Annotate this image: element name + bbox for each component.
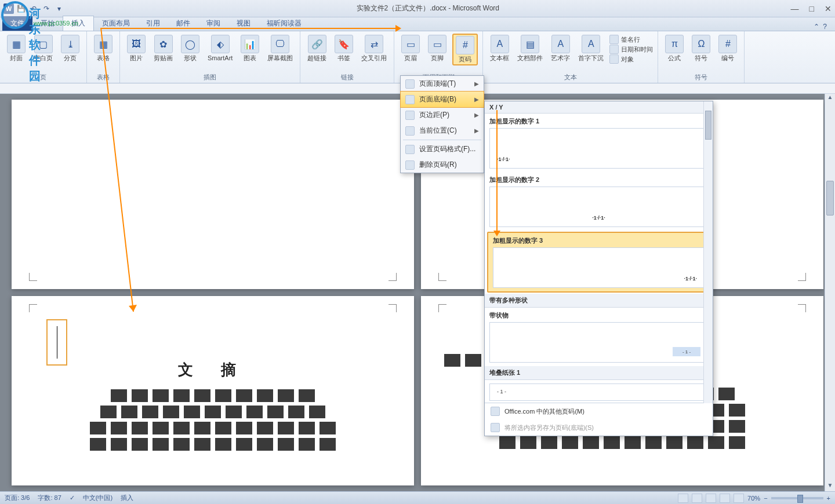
ribbon-group-illustrations: 🖼图片 ✿剪贴画 ◯形状 ⬖SmartArt 📊图表 🖵屏幕截图 插图 [120,31,300,83]
ribbon-group-links: 🔗超链接 🔖书签 ⇄交叉引用 链接 [300,31,394,83]
chart-button[interactable]: 📊图表 [238,34,262,63]
tab-review[interactable]: 审阅 [198,16,228,31]
tab-mailings[interactable]: 邮件 [168,16,198,31]
blank-page-button[interactable]: ▢空白页 [31,34,55,63]
vertical-scrollbar[interactable]: ▲ ▼ [825,94,835,491]
clipart-button[interactable]: ✿剪贴画 [151,34,175,63]
gallery-item-bold3[interactable]: 加粗显示的数字 3 ·1·/·1· [487,232,710,293]
zoom-out[interactable]: − [764,495,767,502]
object-button[interactable]: 对象 [609,54,653,64]
status-language[interactable]: 中文(中国) [83,494,112,502]
tab-view[interactable]: 视图 [228,16,259,31]
status-words[interactable]: 字数: 87 [38,494,61,502]
gallery-item-stack1[interactable]: - 1 - [485,380,713,403]
cursor-highlight [46,319,67,366]
menu-format-pagenum[interactable]: 设置页码格式(F)... [401,141,484,157]
status-page[interactable]: 页面: 3/6 [5,494,30,502]
header-button[interactable]: ▭页眉 [399,34,422,63]
word-icon: W [3,3,14,14]
menu-page-top[interactable]: 页面顶端(T)▶ [401,76,484,92]
equation-icon: π [665,35,684,53]
tab-pagelayout[interactable]: 页面布局 [94,16,138,31]
quickparts-button[interactable]: ▤文档部件 [515,34,545,63]
shapes-icon: ◯ [181,35,199,53]
quickparts-icon: ▤ [521,35,539,53]
menu-page-margin[interactable]: 页边距(P)▶ [401,107,484,123]
menu-remove-pagenum[interactable]: 删除页码(R) [401,157,484,173]
window-title: 实验文件2（正式文件）.docx - Microsoft Word [65,3,791,13]
help-icon[interactable]: ? [823,23,827,31]
view-draft[interactable] [734,494,744,503]
page-break-button[interactable]: ⤓分页 [59,34,82,63]
qat-redo[interactable]: ↷ [41,3,52,14]
zoom-slider[interactable] [771,497,823,499]
scroll-down-icon[interactable]: ▼ [825,482,835,491]
status-mode[interactable]: 插入 [121,494,133,502]
hyperlink-icon: 🔗 [308,35,326,53]
view-print-layout[interactable] [678,494,688,503]
gallery-header-stack: 堆叠纸张 1 [485,366,713,380]
table-button[interactable]: ▦表格 [92,34,115,63]
cover-page-button[interactable]: ▦封面 [5,34,28,63]
gallery-item-ribbon[interactable]: 带状物 - 1 - [485,308,713,366]
tab-insert[interactable]: 插入 [63,16,94,31]
number-icon: # [718,35,737,53]
zoom-in[interactable]: + [827,495,830,502]
qat-undo[interactable]: ↶ [28,3,39,14]
shapes-button[interactable]: ◯形状 [179,34,202,63]
hyperlink-button[interactable]: 🔗超链接 [305,34,329,63]
tab-references[interactable]: 引用 [138,16,168,31]
scroll-thumb[interactable] [826,181,834,216]
page-number-button[interactable]: #页码 [452,34,478,65]
datetime-button[interactable]: 日期和时间 [609,45,653,54]
current-pos-icon [405,126,415,136]
status-proof-icon[interactable]: ✓ [70,494,75,502]
footer-icon: ▭ [428,35,446,53]
view-fullscreen[interactable] [692,494,702,503]
scroll-up-icon[interactable]: ▲ [825,94,835,103]
ribbon-minimize-icon[interactable]: ⌃ [814,23,819,31]
gallery-header-shapes: 带有多种形状 [485,294,713,308]
window-minimize[interactable]: — [791,4,799,13]
gallery-header-xy: X / Y [485,101,713,114]
tab-file[interactable]: 文件 [2,16,32,31]
document-page-3[interactable]: 文 摘 [12,296,414,485]
view-outline[interactable] [720,494,730,503]
ribbon-group-tables: ▦表格 表格 [87,31,120,83]
footer-button[interactable]: ▭页脚 [426,34,449,63]
menu-current-pos[interactable]: 当前位置(C)▶ [401,123,484,138]
gallery-office-more[interactable]: Office.com 中的其他页码(M) [485,403,713,419]
wordart-button[interactable]: A艺术字 [549,34,572,63]
tab-foxit[interactable]: 福昕阅读器 [259,16,310,31]
title-bar: W 💾 ↶ ↷ ▾ 实验文件2（正式文件）.docx - Microsoft W… [0,0,835,17]
blank-page-icon: ▢ [34,35,53,53]
gallery-scrollbar[interactable] [703,101,713,403]
window-maximize[interactable]: □ [809,4,814,13]
page-break-icon: ⤓ [61,35,79,53]
equation-button[interactable]: π公式 [663,34,686,63]
qat-save[interactable]: 💾 [15,3,27,14]
symbol-button[interactable]: Ω符号 [689,34,713,63]
group-label: 表格 [92,72,115,83]
textbox-button[interactable]: A文本框 [488,34,511,63]
table-icon: ▦ [94,35,112,53]
signature-line-button[interactable]: 签名行 [609,35,653,44]
dropcap-button[interactable]: A首字下沉 [576,34,606,63]
gallery-item-bold2[interactable]: 加粗显示的数字 2 ·1·/·1· [485,172,713,231]
document-page-1[interactable] [12,100,414,289]
smartart-button[interactable]: ⬖SmartArt [205,34,235,63]
textbox-icon: A [491,35,509,53]
status-zoom-value[interactable]: 70% [747,495,760,502]
picture-button[interactable]: 🖼图片 [125,34,148,63]
screenshot-button[interactable]: 🖵屏幕截图 [265,34,295,63]
menu-page-bottom[interactable]: 页面底端(B)▶ [400,91,484,108]
format-icon [405,145,415,154]
gallery-item-bold1[interactable]: 加粗显示的数字 1 ·1·/·1· [485,114,713,172]
window-close[interactable]: ✕ [825,4,832,13]
number-button[interactable]: #编号 [716,34,739,63]
tab-home[interactable]: 开始 [32,16,63,31]
qat-customize[interactable]: ▾ [53,3,65,14]
bookmark-button[interactable]: 🔖书签 [332,34,355,63]
crossref-button[interactable]: ⇄交叉引用 [359,34,389,63]
view-web[interactable] [706,494,716,503]
